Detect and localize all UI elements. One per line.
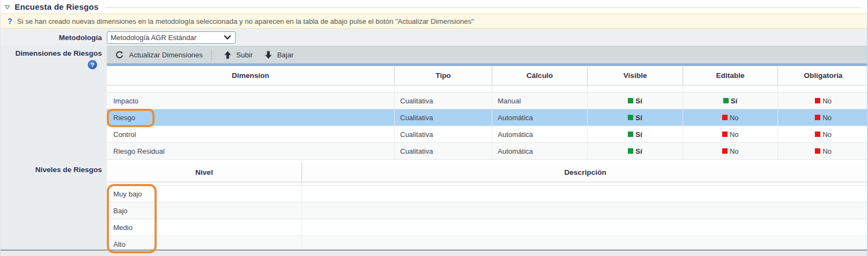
status-square (815, 132, 820, 137)
column-header-tipo: Tipo (395, 66, 492, 86)
table-row-bajo[interactable]: Bajo (107, 202, 868, 219)
cell-calculo: Automática (492, 126, 588, 143)
left-label-column (1, 46, 107, 250)
cell-dimension: Riesgo (107, 109, 395, 126)
toolbar-separator (211, 49, 212, 61)
panel-title: Encuesta de Riesgos (15, 2, 99, 11)
cell-tipo: Cualitativa (395, 109, 492, 126)
table-row-medio[interactable]: Medio (107, 219, 868, 236)
table-row-riesgo[interactable]: Riesgo Cualitativa Automática Sí No No (107, 109, 868, 126)
status-square (815, 115, 820, 120)
cell-visible: Sí (588, 126, 683, 143)
metodologia-selected-value: Metodología AGR Estándar (111, 34, 224, 42)
cell-visible: Sí (588, 93, 683, 109)
cell-obligatoria: No (778, 109, 868, 126)
chevron-down-icon (224, 35, 231, 40)
cell-calculo: Automática (492, 143, 588, 160)
panel-header: Encuesta de Riesgos (1, 0, 867, 14)
column-header-calculo: Cálculo (492, 66, 588, 86)
cell-tipo: Cualitativa (395, 93, 492, 109)
niveles-section: Nivel Descripción Muy bajo Bajo Medio Al… (107, 163, 868, 253)
legend-divider (105, 7, 861, 8)
niveles-table-header: Nivel Descripción (107, 163, 868, 182)
cell-editable: No (683, 126, 778, 143)
column-header-nivel: Nivel (107, 163, 302, 182)
dimensiones-toolbar: Actualizar Dimensiones Subir Bajar (107, 46, 868, 63)
cell-tipo: Cualitativa (395, 126, 492, 143)
cell-dimension: Riesgo Residual (107, 143, 395, 160)
dimensiones-label: Dimensiones de Riesgos (1, 49, 107, 57)
status-square (723, 98, 729, 103)
cell-visible: Sí (588, 109, 683, 126)
cell-nivel: Muy bajo (107, 186, 302, 202)
status-square (628, 148, 633, 154)
status-square (722, 115, 728, 120)
actualizar-dimensiones-button[interactable]: Actualizar Dimensiones (115, 50, 203, 60)
column-header-editable: Editable (683, 66, 778, 86)
cell-calculo: Automática (492, 109, 588, 126)
refresh-icon (115, 50, 124, 60)
column-header-descripcion: Descripción (302, 163, 868, 182)
cell-obligatoria: No (778, 143, 868, 160)
cell-descripcion (302, 186, 868, 202)
subir-button[interactable]: Subir (224, 51, 253, 59)
subir-label: Subir (236, 51, 253, 59)
table-row-control[interactable]: Control Cualitativa Automática Sí No No (107, 126, 868, 143)
help-question-icon: ? (8, 17, 12, 25)
status-square (628, 98, 633, 103)
column-header-dimension: Dimension (107, 66, 395, 86)
bajar-label: Bajar (277, 51, 293, 59)
cell-descripcion (302, 202, 868, 219)
status-square (815, 98, 820, 103)
table-row-riesgo-residual[interactable]: Riesgo Residual Cualitativa Automática S… (107, 143, 868, 160)
page-background-strip (1, 251, 868, 256)
metodologia-select[interactable]: Metodología AGR Estándar (107, 31, 236, 44)
column-header-visible: Visible (588, 66, 683, 86)
cell-editable: No (683, 143, 778, 160)
cell-dimension: Control (107, 126, 395, 143)
cell-dimension: Impacto (107, 93, 395, 109)
arrow-up-icon (224, 51, 232, 59)
cell-calculo: Manual (492, 93, 588, 109)
cell-descripcion (302, 219, 868, 236)
metodologia-row: Metodología Metodología AGR Estándar (1, 29, 867, 46)
cell-visible: Sí (588, 143, 683, 160)
table-row-impacto[interactable]: Impacto Cualitativa Manual Sí Sí No (107, 93, 868, 109)
collapse-triangle-icon[interactable] (4, 5, 10, 10)
status-square (722, 148, 728, 154)
dimensiones-section: Actualizar Dimensiones Subir Bajar (107, 46, 868, 160)
status-square (628, 115, 633, 120)
status-square (628, 132, 633, 137)
info-banner-text: Si se han creado nuevas dimensiones en l… (17, 17, 474, 25)
table-spacer-row (107, 86, 868, 93)
cell-editable: Sí (683, 93, 778, 109)
cell-nivel: Bajo (107, 202, 302, 219)
status-square (815, 148, 820, 154)
status-square (722, 132, 728, 137)
info-banner: ? Si se han creado nuevas dimensiones en… (1, 14, 867, 29)
cell-obligatoria: No (778, 126, 868, 143)
niveles-label: Niveles de Riesgos (1, 166, 107, 174)
bajar-button[interactable]: Bajar (265, 51, 293, 59)
metodologia-label: Metodología (1, 34, 107, 42)
dimensiones-table-header: Dimension Tipo Cálculo Visible Editable … (107, 66, 868, 86)
column-header-obligatoria: Obligatoria (778, 66, 868, 86)
cell-nivel: Medio (107, 219, 302, 236)
panel-body: Dimensiones de Riesgos ? Niveles de Ries… (1, 46, 868, 250)
cell-tipo: Cualitativa (395, 143, 492, 160)
arrow-down-icon (265, 51, 272, 59)
encuesta-de-riesgos-panel: Encuesta de Riesgos ? Si se han creado n… (0, 0, 868, 256)
table-row-muy-bajo[interactable]: Muy bajo (107, 186, 868, 202)
cell-editable: No (683, 109, 778, 126)
actualizar-dimensiones-label: Actualizar Dimensiones (129, 51, 203, 59)
cell-obligatoria: No (778, 93, 868, 109)
help-icon[interactable]: ? (88, 60, 97, 69)
